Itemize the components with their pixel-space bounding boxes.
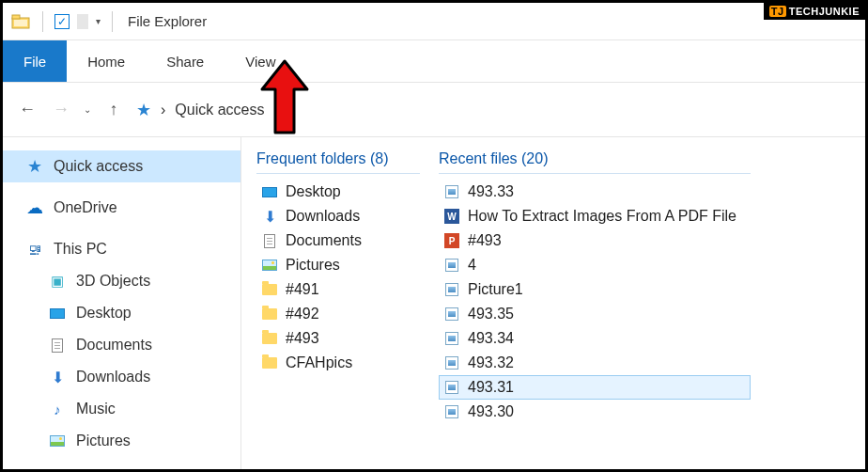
sidebar-item-documents[interactable]: Documents bbox=[3, 329, 240, 361]
qat-newfolder-icon[interactable] bbox=[77, 14, 88, 29]
download-icon: ⬇ bbox=[261, 208, 278, 225]
sidebar-item-label: Downloads bbox=[76, 369, 150, 385]
powerpoint-file-icon: P bbox=[443, 232, 460, 249]
navigation-pane: ★ Quick access ☁ OneDrive 🖳 This PC ▣ 3D… bbox=[3, 137, 241, 469]
sidebar-item-label: Documents bbox=[76, 337, 152, 354]
watermark-badge: TJ bbox=[769, 6, 786, 17]
window-title: File Explorer bbox=[128, 13, 207, 29]
image-file-icon bbox=[443, 281, 460, 298]
sidebar-item-downloads[interactable]: ⬇ Downloads bbox=[3, 361, 240, 393]
sidebar-item-3d-objects[interactable]: ▣ 3D Objects bbox=[3, 265, 240, 297]
content-area: ★ Quick access ☁ OneDrive 🖳 This PC ▣ 3D… bbox=[3, 137, 865, 469]
item-label: #492 bbox=[286, 306, 319, 323]
item-label: 493.34 bbox=[468, 330, 514, 347]
document-icon bbox=[261, 232, 278, 249]
list-item[interactable]: ⬇Downloads bbox=[256, 204, 420, 228]
list-item[interactable]: CFAHpics bbox=[256, 351, 420, 375]
list-item[interactable]: 493.30 bbox=[439, 400, 751, 424]
sidebar-item-label: 3D Objects bbox=[76, 273, 150, 290]
title-bar: ✓ ▾ File Explorer bbox=[3, 3, 865, 40]
image-file-icon bbox=[443, 306, 460, 323]
watermark-text: TECHJUNKIE bbox=[789, 6, 860, 17]
list-item[interactable]: 493.34 bbox=[439, 326, 751, 351]
divider bbox=[42, 11, 43, 32]
sidebar-item-this-pc[interactable]: 🖳 This PC bbox=[3, 233, 240, 265]
qat-customize-icon[interactable]: ▾ bbox=[96, 16, 101, 26]
item-label: How To Extract Images From A PDF File bbox=[468, 208, 736, 225]
item-label: #493 bbox=[468, 232, 502, 249]
item-label: #493 bbox=[286, 330, 319, 347]
sidebar-item-pictures[interactable]: Pictures bbox=[3, 425, 240, 457]
tab-view[interactable]: View bbox=[225, 40, 296, 82]
cube-icon: ▣ bbox=[48, 272, 67, 291]
word-file-icon: W bbox=[443, 208, 460, 225]
item-label: 493.33 bbox=[468, 183, 514, 200]
folder-icon bbox=[261, 354, 278, 371]
list-item[interactable]: 493.32 bbox=[439, 351, 751, 375]
list-item[interactable]: Picture1 bbox=[439, 277, 751, 302]
item-label: 493.32 bbox=[468, 354, 514, 371]
list-item[interactable]: WHow To Extract Images From A PDF File bbox=[439, 204, 751, 228]
group-frequent-folders: Frequent folders (8) Desktop⬇DownloadsDo… bbox=[256, 150, 420, 424]
list-item[interactable]: #493 bbox=[256, 326, 420, 351]
list-item[interactable]: #492 bbox=[256, 302, 420, 326]
onedrive-icon: ☁ bbox=[25, 198, 44, 217]
folder-icon bbox=[261, 281, 278, 298]
item-label: 493.31 bbox=[468, 379, 514, 396]
sidebar-item-quick-access[interactable]: ★ Quick access bbox=[3, 150, 240, 182]
tab-home[interactable]: Home bbox=[67, 40, 146, 82]
pictures-icon bbox=[48, 432, 67, 450]
desktop-icon bbox=[48, 304, 67, 323]
svg-rect-2 bbox=[14, 20, 27, 26]
list-item[interactable]: Pictures bbox=[256, 253, 420, 277]
group-recent-files: Recent files (20) 493.33WHow To Extract … bbox=[439, 150, 751, 424]
nav-up-button[interactable]: ↑ bbox=[102, 99, 125, 121]
item-label: Documents bbox=[286, 232, 362, 249]
item-label: 493.35 bbox=[468, 306, 514, 323]
item-label: 4 bbox=[468, 257, 476, 274]
sidebar-item-desktop[interactable]: Desktop bbox=[3, 297, 240, 329]
nav-history-dropdown[interactable]: ⌄ bbox=[84, 104, 91, 115]
sidebar-item-label: Desktop bbox=[76, 305, 132, 322]
folder-icon bbox=[261, 306, 278, 323]
item-label: 493.30 bbox=[468, 403, 514, 420]
list-item[interactable]: #491 bbox=[256, 277, 420, 302]
watermark: TJ TECHJUNKIE bbox=[764, 3, 865, 20]
list-item[interactable]: 493.35 bbox=[439, 302, 751, 326]
tab-share[interactable]: Share bbox=[146, 40, 225, 82]
list-item[interactable]: Desktop bbox=[256, 180, 420, 204]
image-file-icon bbox=[443, 183, 460, 200]
sidebar-item-music[interactable]: ♪ Music bbox=[3, 393, 240, 425]
pictures-icon bbox=[261, 257, 278, 274]
address-location: Quick access bbox=[175, 102, 264, 118]
list-item[interactable]: P#493 bbox=[439, 228, 751, 253]
list-item[interactable]: 4 bbox=[439, 253, 751, 277]
pc-icon: 🖳 bbox=[25, 240, 44, 259]
list-item[interactable]: Documents bbox=[256, 228, 420, 253]
nav-back-button[interactable]: ← bbox=[16, 99, 39, 121]
list-item[interactable]: 493.31 bbox=[439, 375, 751, 400]
sidebar-item-onedrive[interactable]: ☁ OneDrive bbox=[3, 192, 240, 224]
tab-file[interactable]: File bbox=[3, 40, 67, 82]
divider bbox=[112, 11, 113, 32]
item-label: CFAHpics bbox=[286, 354, 352, 371]
document-icon bbox=[48, 336, 67, 354]
item-label: Downloads bbox=[286, 208, 360, 225]
qat-properties-icon[interactable]: ✓ bbox=[54, 14, 70, 29]
image-file-icon bbox=[443, 403, 460, 420]
item-label: Picture1 bbox=[468, 281, 523, 298]
sidebar-item-label: Music bbox=[76, 401, 116, 417]
address-bar[interactable]: ★ › Quick access bbox=[136, 100, 264, 120]
image-file-icon bbox=[443, 257, 460, 274]
download-icon: ⬇ bbox=[48, 368, 67, 386]
group-header[interactable]: Recent files (20) bbox=[439, 150, 751, 174]
group-header[interactable]: Frequent folders (8) bbox=[256, 150, 420, 174]
music-icon: ♪ bbox=[48, 400, 67, 418]
nav-forward-button: → bbox=[50, 99, 72, 121]
image-file-icon bbox=[443, 379, 460, 396]
list-item[interactable]: 493.33 bbox=[439, 180, 751, 204]
item-label: Pictures bbox=[286, 257, 340, 274]
sidebar-item-label: This PC bbox=[54, 241, 107, 258]
item-label: #491 bbox=[286, 281, 319, 298]
sidebar-item-label: Pictures bbox=[76, 433, 131, 449]
